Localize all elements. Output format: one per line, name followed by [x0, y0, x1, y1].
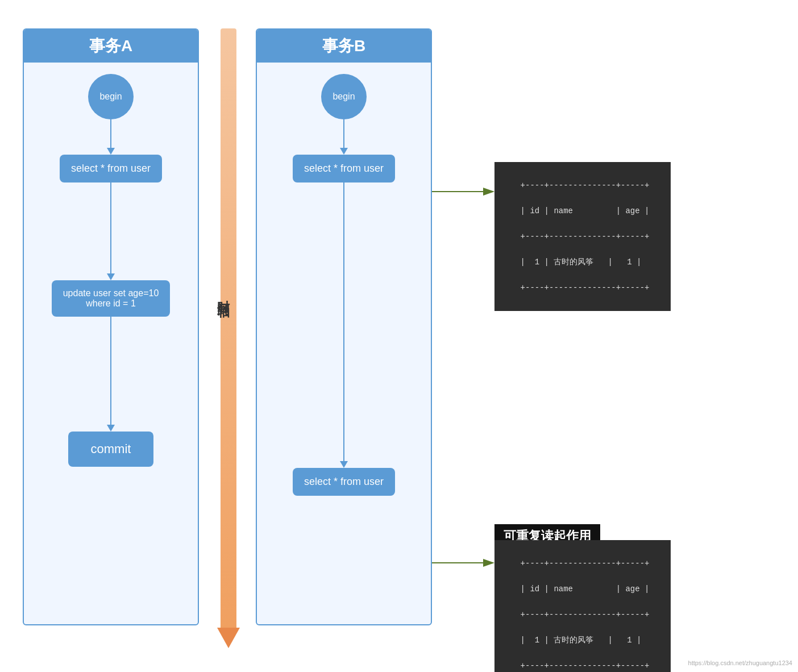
table2-line1: +----+--------------+-----+ — [521, 559, 650, 568]
begin-label-b: begin — [332, 92, 355, 102]
table2-line4: | 1 | 古时的风筝 | 1 | — [521, 636, 642, 645]
connector-b-2 — [340, 182, 348, 468]
time-axis-bar — [221, 28, 236, 629]
arrowhead-a-1 — [107, 148, 115, 155]
transaction-b-begin-node: begin — [321, 74, 367, 119]
commit-label-a: commit — [91, 442, 131, 456]
connector-b-1 — [340, 119, 348, 155]
transaction-a-title: 事务A — [89, 37, 132, 55]
line-b-1 — [343, 119, 344, 148]
transaction-a-header: 事务A — [24, 30, 198, 63]
line-a-1 — [110, 119, 111, 148]
connector-a-3 — [107, 317, 115, 432]
diagram-container: 事务A begin select * from user upd — [11, 17, 784, 654]
table1-line3: +----+--------------+-----+ — [521, 232, 650, 241]
time-axis-text: 时间轴 — [217, 290, 231, 297]
transaction-b-title: 事务B — [322, 37, 365, 55]
line-a-3 — [110, 317, 111, 425]
transaction-a-box: 事务A begin select * from user upd — [23, 28, 199, 625]
transaction-b-header: 事务B — [257, 30, 431, 63]
transaction-b-select-2-node: select * from user — [293, 468, 395, 496]
table2-line5: +----+--------------+-----+ — [521, 661, 650, 670]
time-axis-label: 时间轴 — [215, 290, 232, 297]
time-axis-arrow — [217, 628, 240, 648]
line-b-2 — [343, 182, 344, 461]
result-table-1: +----+--------------+-----+ | id | name … — [494, 162, 671, 311]
arrowhead-a-2 — [107, 273, 115, 280]
transaction-b-box: 事务B begin select * from user sel — [256, 28, 432, 625]
table1-line2: | id | name | age | — [521, 206, 650, 215]
arrowhead-b-2 — [340, 461, 348, 468]
transaction-a-commit-node: commit — [68, 432, 154, 467]
transaction-b-flow: begin select * from user select * from u… — [257, 63, 431, 496]
select-label-b-1: select * from user — [304, 163, 384, 174]
table1-line1: +----+--------------+-----+ — [521, 181, 650, 190]
table1-line4: | 1 | 古时的风筝 | 1 | — [521, 258, 642, 267]
transaction-a-select-node: select * from user — [60, 155, 162, 182]
watermark-text: https://blog.csdn.net/zhuguangtu1234 — [688, 659, 792, 666]
time-axis — [211, 28, 246, 648]
transaction-a-flow: begin select * from user update user set… — [24, 63, 198, 467]
transaction-a-begin-node: begin — [88, 74, 134, 119]
transaction-b-select-1-node: select * from user — [293, 155, 395, 182]
arrowhead-b-1 — [340, 148, 348, 155]
select-label-a: select * from user — [71, 163, 151, 174]
table2-line3: +----+--------------+-----+ — [521, 610, 650, 619]
result-table-2: +----+--------------+-----+ | id | name … — [494, 540, 671, 672]
table1-line5: +----+--------------+-----+ — [521, 283, 650, 292]
connector-a-1 — [107, 119, 115, 155]
begin-label-a: begin — [99, 92, 122, 102]
connector-a-2 — [107, 182, 115, 280]
watermark: https://blog.csdn.net/zhuguangtu1234 — [688, 659, 792, 666]
line-a-2 — [110, 182, 111, 273]
table2-line2: | id | name | age | — [521, 584, 650, 594]
transaction-a-update-node: update user set age=10where id = 1 — [52, 280, 171, 317]
update-label-a: update user set age=10where id = 1 — [63, 288, 159, 308]
arrowhead-a-3 — [107, 425, 115, 432]
select-label-b-2: select * from user — [304, 476, 384, 487]
